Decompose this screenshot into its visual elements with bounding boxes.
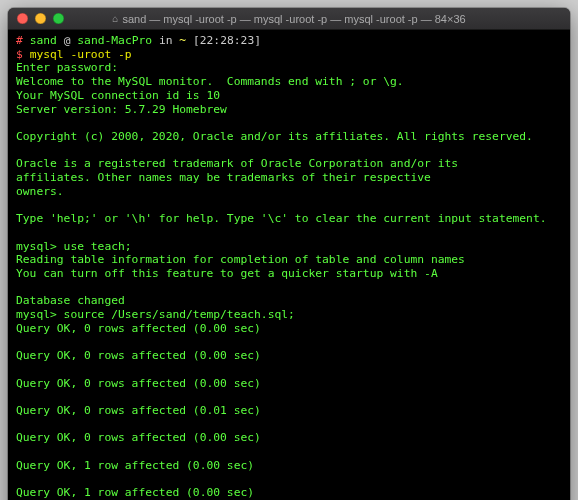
out-line: Database changed bbox=[16, 294, 125, 307]
query-result: Query OK, 1 row affected (0.00 sec) bbox=[16, 459, 254, 472]
ps1-time: [22:28:23] bbox=[193, 34, 261, 47]
home-folder-icon: ⌂ bbox=[112, 14, 118, 24]
out-line: Copyright (c) 2000, 2020, Oracle and/or … bbox=[16, 130, 533, 143]
terminal-window: ⌂ sand — mysql -uroot -p — mysql -uroot … bbox=[8, 8, 570, 500]
window-title: ⌂ sand — mysql -uroot -p — mysql -uroot … bbox=[8, 13, 570, 25]
ps1-in: in bbox=[159, 34, 173, 47]
minimize-icon[interactable] bbox=[35, 13, 46, 24]
query-result: Query OK, 0 rows affected (0.00 sec) bbox=[16, 349, 261, 362]
out-line: owners. bbox=[16, 185, 64, 198]
zoom-icon[interactable] bbox=[53, 13, 64, 24]
ps1-hash: # bbox=[16, 34, 23, 47]
query-result: Query OK, 0 rows affected (0.00 sec) bbox=[16, 322, 261, 335]
out-line: Type 'help;' or '\h' for help. Type '\c'… bbox=[16, 212, 547, 225]
ps1-host: sand-MacPro bbox=[77, 34, 152, 47]
titlebar[interactable]: ⌂ sand — mysql -uroot -p — mysql -uroot … bbox=[8, 8, 570, 30]
out-line: Server version: 5.7.29 Homebrew bbox=[16, 103, 227, 116]
out-line: Reading table information for completion… bbox=[16, 253, 465, 266]
ps1-path: ~ bbox=[179, 34, 186, 47]
prompt-dollar: $ bbox=[16, 48, 23, 61]
query-result: Query OK, 1 row affected (0.00 sec) bbox=[16, 486, 254, 499]
out-line: Welcome to the MySQL monitor. Commands e… bbox=[16, 75, 404, 88]
command-1: mysql -uroot -p bbox=[30, 48, 132, 61]
query-result: Query OK, 0 rows affected (0.00 sec) bbox=[16, 377, 261, 390]
ps1-user: sand bbox=[30, 34, 57, 47]
window-title-text: sand — mysql -uroot -p — mysql -uroot -p… bbox=[122, 13, 465, 25]
out-line: Your MySQL connection id is 10 bbox=[16, 89, 220, 102]
out-line: affiliates. Other names may be trademark… bbox=[16, 171, 431, 184]
traffic-lights bbox=[8, 13, 64, 24]
query-result: Query OK, 0 rows affected (0.00 sec) bbox=[16, 431, 261, 444]
mysql-prompt-1: mysql> use teach; bbox=[16, 240, 132, 253]
ps1-at: @ bbox=[64, 34, 71, 47]
out-line: Enter password: bbox=[16, 61, 118, 74]
terminal-body[interactable]: # sand @ sand-MacPro in ~ [22:28:23] $ m… bbox=[8, 30, 570, 500]
out-line: You can turn off this feature to get a q… bbox=[16, 267, 438, 280]
query-result: Query OK, 0 rows affected (0.01 sec) bbox=[16, 404, 261, 417]
mysql-prompt-2: mysql> source /Users/sand/temp/teach.sql… bbox=[16, 308, 295, 321]
out-line: Oracle is a registered trademark of Orac… bbox=[16, 157, 458, 170]
close-icon[interactable] bbox=[17, 13, 28, 24]
